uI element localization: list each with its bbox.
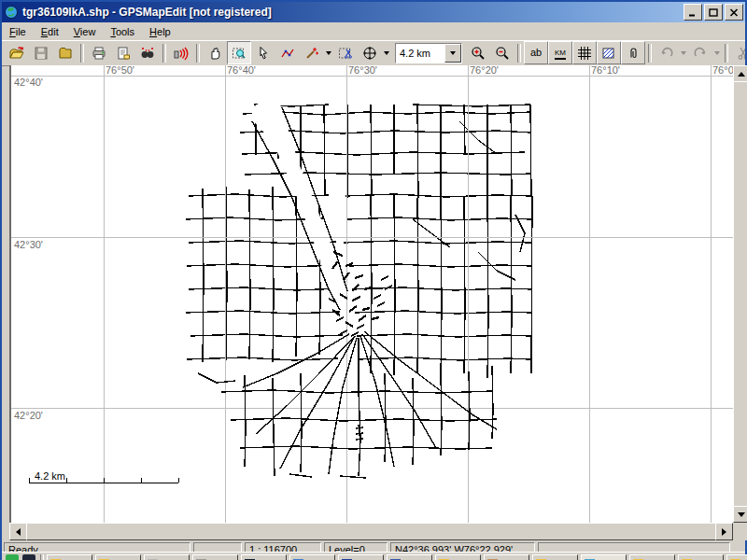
trim-tool-icon bbox=[338, 46, 353, 61]
quick-launch-icon[interactable] bbox=[22, 554, 35, 560]
zoom-in-button[interactable] bbox=[466, 41, 490, 64]
taskbar-button-6[interactable] bbox=[338, 554, 384, 560]
upload-gps-icon bbox=[174, 46, 189, 61]
print-icon bbox=[92, 46, 106, 61]
longitude-label: 76°40' bbox=[227, 65, 256, 76]
map-viewport[interactable]: 76°50'76°40'76°30'76°20'76°10'76°0'42°40… bbox=[9, 65, 735, 523]
menu-item-file[interactable]: File bbox=[2, 24, 34, 39]
cut-button[interactable] bbox=[731, 41, 745, 64]
road-segment bbox=[352, 297, 360, 301]
menu-item-view[interactable]: View bbox=[66, 24, 104, 39]
zoom-out-button[interactable] bbox=[490, 41, 514, 64]
properties-icon bbox=[116, 46, 131, 61]
horizontal-scrollbar[interactable] bbox=[9, 523, 733, 540]
close-button[interactable] bbox=[725, 4, 743, 21]
road-segment bbox=[356, 439, 363, 440]
move-rotate-tool-button-dropdown-icon[interactable] bbox=[382, 42, 391, 63]
road-segment bbox=[371, 105, 372, 196]
taskbar-button-2[interactable] bbox=[144, 554, 190, 560]
save-button[interactable] bbox=[29, 41, 53, 64]
road-segment bbox=[332, 310, 340, 315]
edit-nodes-tool-icon bbox=[280, 46, 295, 61]
print-button[interactable] bbox=[87, 41, 111, 64]
taskbar-button-4[interactable] bbox=[241, 554, 287, 560]
quick-launch-icon[interactable] bbox=[6, 554, 19, 560]
road-segment bbox=[359, 338, 360, 476]
road-segment bbox=[203, 189, 204, 362]
taskbar-separator bbox=[40, 554, 44, 560]
menu-bar: FileEditViewToolsHelp bbox=[2, 22, 745, 41]
road-segment bbox=[372, 317, 379, 319]
cut-icon bbox=[736, 46, 745, 61]
longitude-label: 76°50' bbox=[106, 65, 134, 76]
road-segment bbox=[355, 275, 363, 278]
road-segment bbox=[273, 378, 275, 476]
undo-button[interactable] bbox=[655, 41, 679, 64]
road-segment bbox=[492, 366, 493, 439]
taskbar-button-9[interactable] bbox=[484, 554, 529, 560]
scroll-up-button[interactable] bbox=[733, 65, 747, 82]
vertical-scrollbar[interactable] bbox=[733, 65, 747, 523]
title-bar[interactable]: tgr36109lkA.shp - GPSMapEdit [not regist… bbox=[2, 2, 745, 22]
horizontal-scroll-thumb[interactable] bbox=[26, 523, 716, 540]
edit-nodes-tool-button[interactable] bbox=[275, 41, 300, 64]
pan-tool-button[interactable] bbox=[203, 41, 227, 64]
undo-button-dropdown-icon[interactable] bbox=[679, 42, 688, 63]
taskbar-button-11[interactable] bbox=[581, 554, 627, 560]
taskbar-button-8[interactable] bbox=[435, 554, 481, 560]
find-button[interactable] bbox=[135, 41, 160, 64]
longitude-label: 76°0' bbox=[712, 65, 735, 76]
zoom-scale-combo[interactable]: 4.2 km bbox=[395, 43, 462, 63]
menu-item-help[interactable]: Help bbox=[142, 24, 178, 39]
scroll-down-button[interactable] bbox=[733, 506, 747, 523]
hatch-icon bbox=[601, 46, 616, 61]
taskbar-button-5[interactable] bbox=[289, 554, 335, 560]
menu-item-tools[interactable]: Tools bbox=[103, 24, 142, 39]
road-segment bbox=[441, 196, 442, 378]
units-toggle[interactable]: km bbox=[548, 41, 572, 64]
app-logo-icon bbox=[4, 5, 19, 20]
road-segment bbox=[296, 196, 297, 357]
road-segment bbox=[469, 371, 470, 450]
open-map-button[interactable] bbox=[5, 41, 29, 64]
zoom-select-tool-button[interactable] bbox=[227, 41, 251, 64]
move-rotate-tool-button[interactable] bbox=[358, 41, 382, 64]
hatch-toggle[interactable] bbox=[597, 41, 621, 64]
taskbar-button-12[interactable] bbox=[629, 554, 675, 560]
scrollbar-corner bbox=[733, 523, 747, 540]
taskbar-button-10[interactable] bbox=[532, 554, 578, 560]
redo-button-dropdown-icon[interactable] bbox=[712, 42, 722, 63]
road-segment bbox=[356, 433, 363, 434]
taskbar-button-0[interactable] bbox=[47, 554, 92, 560]
taskbar-button-13[interactable] bbox=[678, 554, 724, 560]
toolbar-separator bbox=[725, 44, 728, 63]
units-toggle-label: km bbox=[555, 47, 566, 60]
vertical-scroll-thumb[interactable] bbox=[733, 81, 747, 507]
scroll-right-button[interactable] bbox=[715, 523, 733, 540]
pointer-tool-button[interactable] bbox=[251, 41, 275, 64]
taskbar-button-1[interactable] bbox=[95, 554, 141, 560]
menu-item-edit[interactable]: Edit bbox=[34, 24, 66, 39]
attachments-toggle[interactable] bbox=[621, 41, 645, 64]
open-folder-button[interactable] bbox=[53, 41, 78, 64]
taskbar-button-7[interactable] bbox=[387, 554, 432, 560]
zoom-scale-dropdown-icon[interactable] bbox=[444, 44, 461, 63]
maximize-button[interactable] bbox=[704, 4, 723, 21]
redo-button[interactable] bbox=[688, 41, 712, 64]
taskbar-button-3[interactable] bbox=[192, 554, 238, 560]
minimize-button[interactable] bbox=[684, 4, 702, 21]
magic-wand-tool-button-dropdown-icon[interactable] bbox=[324, 42, 333, 63]
attachments-icon bbox=[626, 46, 641, 61]
road-segment bbox=[198, 373, 235, 383]
properties-button[interactable] bbox=[111, 41, 135, 64]
grid-toggle[interactable] bbox=[572, 41, 597, 64]
labels-toggle[interactable]: ab bbox=[524, 41, 548, 64]
trim-tool-button[interactable] bbox=[333, 41, 358, 64]
road-segment bbox=[394, 194, 395, 375]
scroll-left-button[interactable] bbox=[9, 523, 27, 540]
upload-gps-button[interactable] bbox=[169, 41, 193, 64]
magic-wand-tool-button[interactable] bbox=[300, 41, 324, 64]
scalebar-label: 4.2 km bbox=[35, 470, 65, 482]
taskbar-button-14[interactable] bbox=[726, 554, 747, 560]
grid-icon bbox=[577, 46, 592, 61]
